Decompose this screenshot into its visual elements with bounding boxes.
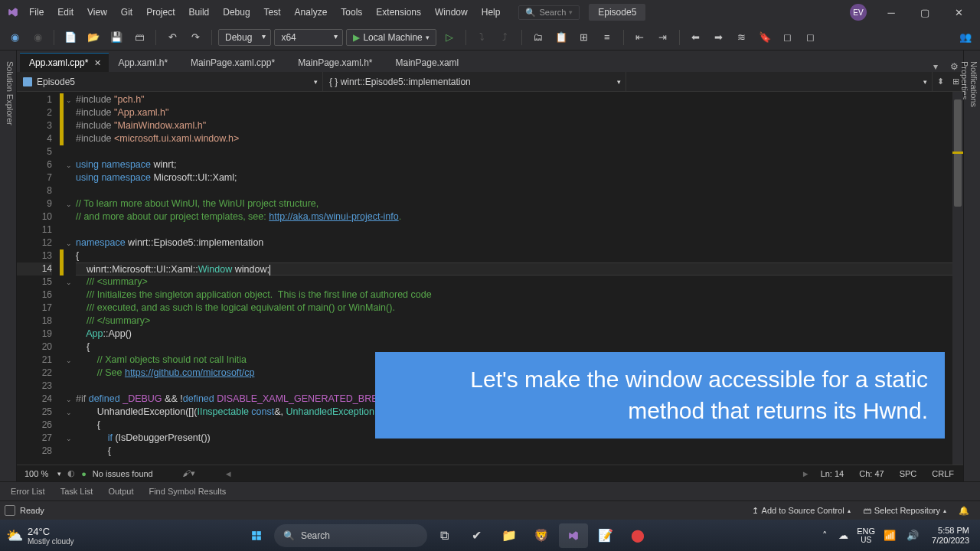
save-icon[interactable]: 💾 xyxy=(106,28,126,47)
notifications-tab[interactable]: Notifications xyxy=(969,57,978,475)
menu-view[interactable]: View xyxy=(81,4,113,21)
menu-help[interactable]: Help xyxy=(475,4,507,21)
svg-rect-0 xyxy=(252,531,256,535)
vs-icon[interactable] xyxy=(559,523,588,548)
bottom-tab[interactable]: Error List xyxy=(5,484,51,499)
search-box[interactable]: 🔍 Search ▾ xyxy=(518,5,580,20)
menu-git[interactable]: Git xyxy=(115,4,139,21)
menu-window[interactable]: Window xyxy=(429,4,474,21)
menu-project[interactable]: Project xyxy=(140,4,181,21)
notepad-icon[interactable]: 📝 xyxy=(591,523,620,548)
record-icon[interactable]: ⬤ xyxy=(623,523,652,548)
split-h-icon[interactable]: ⬍ xyxy=(933,72,948,91)
start-button[interactable] xyxy=(242,523,271,548)
add-source-control-button[interactable]: ↥ Add to Source Control ▴ xyxy=(746,506,857,516)
char-indicator[interactable]: Ch: 47 xyxy=(854,469,888,478)
menu-edit[interactable]: Edit xyxy=(51,4,80,21)
weather-widget[interactable]: ⛅ 24°C Mostly cloudy xyxy=(6,526,74,546)
start-no-debug-icon[interactable]: ▷ xyxy=(439,28,459,47)
zoom-combo[interactable]: 100 % xyxy=(21,469,51,478)
menu-test[interactable]: Test xyxy=(258,4,287,21)
volume-icon[interactable]: 🔊 xyxy=(904,530,921,541)
minimize-button[interactable]: ─ xyxy=(876,2,906,23)
project-scope-combo[interactable]: Episode5 xyxy=(17,72,323,91)
toggle-icon[interactable]: ⊞ xyxy=(574,28,594,47)
share-icon[interactable]: 👥 xyxy=(956,28,975,47)
vertical-scrollbar[interactable] xyxy=(952,92,963,465)
bottom-tab[interactable]: Output xyxy=(102,484,139,499)
save-all-icon[interactable]: 🗃 xyxy=(129,28,149,47)
menu-tools[interactable]: Tools xyxy=(335,4,368,21)
menu-file[interactable]: File xyxy=(23,4,50,21)
maximize-button[interactable]: ▢ xyxy=(910,2,940,23)
menu-build[interactable]: Build xyxy=(183,4,216,21)
bell-icon[interactable]: 🔔 xyxy=(952,506,975,516)
line-indicator[interactable]: Ln: 14 xyxy=(816,469,849,478)
windows-taskbar: ⛅ 24°C Mostly cloudy 🔍 Search ⧉ ✔ 📁 🦁 📝 … xyxy=(0,520,980,551)
undo-icon[interactable]: ↶ xyxy=(162,28,182,47)
chevron-up-icon[interactable]: ˄ xyxy=(820,530,830,541)
open-icon[interactable]: 📂 xyxy=(83,28,103,47)
bookmark3-icon[interactable]: ◻ xyxy=(801,28,821,47)
tab-menu-icon[interactable]: ▾ xyxy=(926,61,945,72)
solution-tab[interactable]: Episode5 xyxy=(589,4,645,21)
platform-combo[interactable]: x64 xyxy=(274,29,343,46)
menu-extensions[interactable]: Extensions xyxy=(370,4,427,21)
editor-status-strip: 100 % ▾ ◐ ● No issues found 🖌▾ ◄ ► Ln: 1… xyxy=(17,465,963,481)
close-tab-icon[interactable]: ✕ xyxy=(93,58,103,68)
browser-icon[interactable]: 🗂 xyxy=(528,28,548,47)
close-button[interactable]: ✕ xyxy=(943,2,974,23)
taskbar-search[interactable]: 🔍 Search xyxy=(274,524,427,547)
brave-icon[interactable]: 🦁 xyxy=(527,523,556,548)
onedrive-icon[interactable]: ☁ xyxy=(836,530,851,541)
file-tab[interactable]: MainPage.xaml xyxy=(387,53,473,72)
type-scope-combo[interactable]: { } winrt::Episode5::implementation xyxy=(323,72,626,91)
left-tool-well: Solution Explorer xyxy=(0,51,17,481)
play-icon: ▶ xyxy=(353,32,360,43)
issues-label[interactable]: No issues found xyxy=(93,469,153,478)
indent-indicator[interactable]: SPC xyxy=(895,469,922,478)
bookmark-icon[interactable]: 🔖 xyxy=(755,28,775,47)
new-item-icon[interactable]: 📄 xyxy=(60,28,80,47)
file-tab[interactable]: App.xaml.cpp*✕ xyxy=(20,53,109,72)
redo-icon[interactable]: ↷ xyxy=(185,28,205,47)
select-repo-button[interactable]: 🗃 Select Repository ▴ xyxy=(857,506,952,515)
user-avatar[interactable]: EV xyxy=(850,4,867,21)
explorer-icon[interactable]: 📁 xyxy=(495,523,524,548)
solution-explorer-tab[interactable]: Solution Explorer xyxy=(5,57,15,475)
project-icon xyxy=(23,77,32,86)
menu-debug[interactable]: Debug xyxy=(217,4,256,21)
system-tray: ˄ ☁ ENG US 📶 🔊 5:58 PM 7/20/2023 xyxy=(820,526,974,546)
svg-rect-3 xyxy=(256,536,260,540)
indent2-icon[interactable]: ➡ xyxy=(709,28,729,47)
show-icon[interactable]: 📋 xyxy=(551,28,571,47)
task-view-icon[interactable]: ⧉ xyxy=(430,523,459,548)
lineending-indicator[interactable]: CRLF xyxy=(927,469,959,478)
outdent-icon[interactable]: ⇤ xyxy=(630,28,650,47)
search-icon: 🔍 xyxy=(525,8,536,18)
bookmark2-icon[interactable]: ◻ xyxy=(778,28,798,47)
change-marker xyxy=(952,152,963,154)
nav-back-icon[interactable]: ◉ xyxy=(5,28,24,47)
indent-icon[interactable]: ⇥ xyxy=(653,28,673,47)
file-tab[interactable]: MainPage.xaml.cpp* xyxy=(181,53,289,72)
format-icon[interactable]: ≋ xyxy=(732,28,752,47)
nav-icon[interactable]: ◐ xyxy=(67,468,75,478)
config-combo[interactable]: Debug xyxy=(218,29,271,46)
bottom-tab[interactable]: Find Symbol Results xyxy=(142,484,232,499)
file-tab[interactable]: App.xaml.h* xyxy=(109,53,181,72)
main-menu: FileEditViewGitProjectBuildDebugTestAnal… xyxy=(23,4,506,21)
app-icon[interactable]: ✔ xyxy=(462,523,492,548)
start-debug-button[interactable]: ▶ Local Machine ▾ xyxy=(346,29,436,46)
comment-icon[interactable]: ≡ xyxy=(597,28,617,47)
file-tab[interactable]: MainPage.xaml.h* xyxy=(289,53,386,72)
outdent2-icon[interactable]: ⬅ xyxy=(686,28,706,47)
bottom-tab[interactable]: Task List xyxy=(54,484,100,499)
clock[interactable]: 5:58 PM 7/20/2023 xyxy=(927,526,974,546)
brush-icon[interactable]: 🖌▾ xyxy=(159,468,195,478)
status-icon xyxy=(5,505,15,516)
member-scope-combo[interactable] xyxy=(626,72,933,91)
search-icon: 🔍 xyxy=(283,530,295,541)
menu-analyze[interactable]: Analyze xyxy=(289,4,334,21)
wifi-icon[interactable]: 📶 xyxy=(881,530,898,541)
